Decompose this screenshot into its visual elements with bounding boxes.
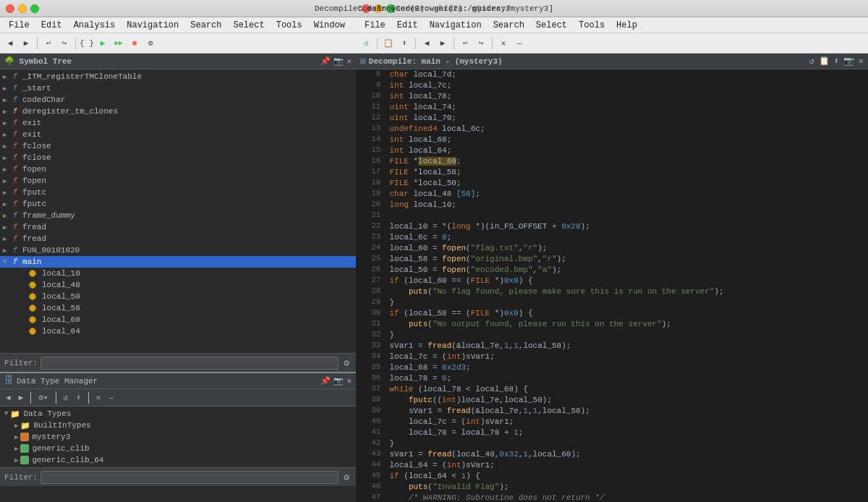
decompiler-close-icon[interactable]: ✕ <box>859 56 864 67</box>
menu-tools-left[interactable]: Tools <box>271 19 308 32</box>
toolbar-refresh-right[interactable]: ↺ <box>359 36 373 51</box>
dtm-item-mystery3[interactable]: ▶ mystery3 <box>0 431 356 443</box>
menu-select-left[interactable]: Select <box>227 19 270 32</box>
filter-input-dtm[interactable] <box>41 471 339 484</box>
menu-edit-right[interactable]: Edit <box>391 19 424 32</box>
dtm-settings-btn[interactable]: ⚙▾ <box>35 392 51 403</box>
tree-item-main[interactable]: ▼ f main <box>0 256 356 268</box>
toolbar-copy-right[interactable]: 📋 <box>381 36 396 51</box>
toolbar-redo-left[interactable]: ↪ <box>57 36 72 51</box>
toolbar-forward-right[interactable]: ▶ <box>435 36 450 51</box>
toolbar-back-left[interactable]: ◀ <box>3 36 17 51</box>
tree-item-fclose1[interactable]: ▶ f fclose <box>0 140 356 152</box>
dtm-back-btn[interactable]: ◀ <box>3 392 14 403</box>
tree-item-local50[interactable]: local_50 <box>0 291 356 302</box>
icon-f-FUN: f <box>10 245 20 255</box>
arrow-ITM: ▶ <box>3 73 10 81</box>
toolbar-stop-left[interactable]: ■ <box>127 36 142 51</box>
dtm-forward-btn[interactable]: ▶ <box>16 392 27 403</box>
dtm-snapshot-icon[interactable]: 📷 <box>333 376 344 386</box>
tree-item-deregister[interactable]: ▶ f deregister_tm_clones <box>0 106 356 117</box>
filter-options-symbol[interactable]: ⚙ <box>341 357 352 370</box>
menu-analysis-left[interactable]: Analysis <box>68 19 122 32</box>
toolbar-undo-left[interactable]: ↩ <box>41 36 56 51</box>
menu-edit-left[interactable]: Edit <box>35 19 68 32</box>
toolbar-export-right[interactable]: ⬆ <box>397 36 412 51</box>
tree-item-fclose2[interactable]: ▶ f fclose <box>0 152 356 163</box>
toolbar-back-right[interactable]: ◀ <box>420 36 434 51</box>
dtm-pin-icon[interactable]: 📌 <box>320 376 331 386</box>
close-btn-left[interactable] <box>6 4 14 13</box>
menu-select-right[interactable]: Select <box>530 19 573 32</box>
tree-item-FUN[interactable]: ▶ f FUN_00101020 <box>0 244 356 256</box>
dtm-close-btn2[interactable]: ✕ <box>93 392 104 403</box>
menu-navigation-left[interactable]: Navigation <box>121 19 184 32</box>
tree-item-local60[interactable]: local_60 <box>0 314 356 326</box>
tree-item-local48[interactable]: local_48 <box>0 279 356 291</box>
tree-item-fread2[interactable]: ▶ f fread <box>0 233 356 244</box>
folder-icon-builtins: 📁 <box>20 421 30 430</box>
dtm-item-datatypes[interactable]: ▼ 📁 Data Types <box>0 408 356 420</box>
tree-item-fputc1[interactable]: ▶ f fputc <box>0 187 356 198</box>
filter-input-symbol[interactable] <box>41 357 339 370</box>
minimize-btn-left[interactable] <box>18 4 27 13</box>
toolbar-settings-left[interactable]: ⚙ <box>143 36 158 51</box>
line-num-22: 22 <box>356 221 386 232</box>
menu-navigation-right[interactable]: Navigation <box>424 19 488 32</box>
pin-icon[interactable]: 📌 <box>320 56 331 66</box>
toolbar-close-right[interactable]: ✕ <box>496 36 511 51</box>
filter-options-dtm[interactable]: ⚙ <box>341 471 352 484</box>
menu-file-left[interactable]: File <box>3 19 35 32</box>
menu-help-right[interactable]: Help <box>610 19 643 32</box>
dtm-close-icon[interactable]: ✕ <box>346 376 352 386</box>
toolbar-run2-left[interactable]: ▶▶ <box>111 36 126 51</box>
tree-item-fopen2[interactable]: ▶ f fopen <box>0 175 356 187</box>
lib-icon-gclib64 <box>20 456 29 464</box>
tree-item-exit1[interactable]: ▶ f exit <box>0 117 356 129</box>
maximize-btn-left[interactable] <box>30 4 39 13</box>
dtm-export-btn[interactable]: ⬆ <box>73 392 84 403</box>
line-content-30: if (local_58 == (FILE *)0x0) { <box>386 308 868 319</box>
tree-item-local64[interactable]: local_64 <box>0 326 356 337</box>
menu-search-right[interactable]: Search <box>488 19 530 32</box>
decompiler-export-icon[interactable]: ⬆ <box>834 56 839 67</box>
line-content-25: local_58 = fopen("original.bmp","r"); <box>386 254 868 265</box>
tree-item-fread1[interactable]: ▶ f fread <box>0 221 356 233</box>
tree-item-ITM[interactable]: ▶ f _ITM_registerTMCloneTable <box>0 71 356 82</box>
toolbar-forward-left[interactable]: ▶ <box>19 36 33 51</box>
dtm-arrow-mystery3: ▶ <box>14 433 18 441</box>
code-area[interactable]: 8 char local_7d; 9 int local_7c; 10 int … <box>356 69 868 502</box>
close-symbol-tree-icon[interactable]: ✕ <box>346 56 352 66</box>
tree-item-local10[interactable]: local_10 <box>0 268 356 279</box>
tree-item-fputc2[interactable]: ▶ f fputc <box>0 198 356 210</box>
tree-item-local58[interactable]: local_58 <box>0 302 356 314</box>
dtm-header-left: 🗄 Data Type Manager <box>4 375 98 386</box>
menu-file-right[interactable]: File <box>359 19 391 32</box>
menu-window-left[interactable]: Window <box>308 19 351 32</box>
label-exit1: exit <box>22 119 41 127</box>
line-content-34: local_7c = (int)sVar1; <box>386 352 868 362</box>
snapshot-icon[interactable]: 📷 <box>333 56 344 66</box>
line-num-10: 10 <box>356 91 386 102</box>
dtm-minimize-btn[interactable]: — <box>106 393 116 403</box>
toolbar-minimize-right[interactable]: — <box>512 36 527 51</box>
dtm-item-gclib[interactable]: ▶ generic_clib <box>0 443 356 454</box>
tree-item-fopen1[interactable]: ▶ f fopen <box>0 163 356 175</box>
decompiler-copy-icon[interactable]: 📋 <box>819 56 830 67</box>
menu-search-left[interactable]: Search <box>184 19 227 32</box>
line-content-13: undefined4 local_6c; <box>386 124 868 135</box>
tree-item-start[interactable]: ▶ f _start <box>0 82 356 94</box>
decompiler-refresh-icon[interactable]: ↺ <box>809 56 814 67</box>
dtm-refresh-btn[interactable]: ↺ <box>61 392 72 403</box>
tree-item-exit2[interactable]: ▶ f exit <box>0 129 356 140</box>
menu-tools-right[interactable]: Tools <box>573 19 610 32</box>
dtm-item-builtins[interactable]: ▶ 📁 BuiltInTypes <box>0 420 356 431</box>
decompiler-snapshot-icon[interactable]: 📷 <box>843 56 854 67</box>
toolbar-run-left[interactable]: ▶ <box>95 36 110 51</box>
toolbar-code-left[interactable]: { } <box>80 36 94 51</box>
toolbar-undo-right[interactable]: ↩ <box>458 36 472 51</box>
dtm-item-gclib64[interactable]: ▶ generic_clib_64 <box>0 454 356 466</box>
tree-item-frame-dummy[interactable]: ▶ f frame_dummy <box>0 210 356 221</box>
tree-item-codedChar[interactable]: ▶ f codedChar <box>0 94 356 106</box>
toolbar-redo-right[interactable]: ↪ <box>474 36 488 51</box>
